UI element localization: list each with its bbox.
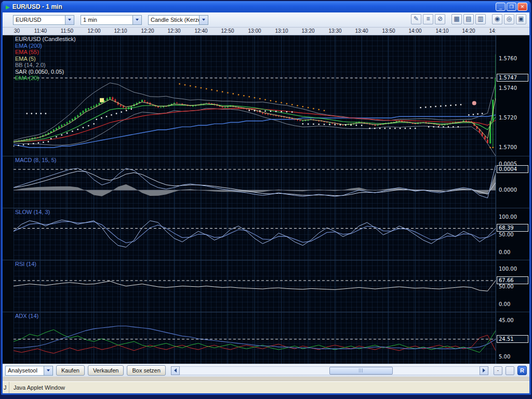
axis-tick-label: 0.00 bbox=[499, 249, 510, 255]
rsi-axis: 100.0050.000.0067.66 bbox=[496, 260, 529, 312]
toolbar-icon-group: ✎≡⊘▦▤▥◉◎▣ bbox=[411, 14, 526, 24]
macd-axis: 0.00050.00000.0004 bbox=[496, 156, 529, 208]
scroll-right-button[interactable] bbox=[480, 366, 488, 375]
symbol-select[interactable]: EUR/USD bbox=[13, 15, 74, 25]
legend-item: EMA (200) bbox=[15, 43, 76, 49]
time-axis: 11:3011:4011:5012:0012:1012:2012:3012:40… bbox=[3, 28, 529, 35]
time-label: 13:10 bbox=[275, 28, 288, 34]
crosshair-icon[interactable]: ◉ bbox=[492, 14, 502, 24]
stochastic-plot-svg bbox=[14, 208, 496, 260]
charttype-select[interactable]: Candle Stick (Kerzen bbox=[148, 15, 208, 25]
time-label: 13:50 bbox=[382, 28, 395, 34]
chart-legend: EUR/USD (Candlestick)EMA (200)EMA (55)EM… bbox=[15, 36, 76, 82]
axis-tick-label: 0.0000 bbox=[499, 187, 517, 193]
time-label: 12:10 bbox=[114, 28, 127, 34]
scrollbar-track[interactable] bbox=[180, 366, 480, 375]
macd-label: MACD (8, 15, 5) bbox=[15, 157, 56, 163]
charttype-select-value: Candle Stick (Kerzen bbox=[149, 17, 199, 23]
price-plot-svg bbox=[14, 35, 496, 156]
macd-plot[interactable]: MACD (8, 15, 5) bbox=[14, 156, 496, 208]
current-value-box: 67.66 bbox=[497, 276, 528, 284]
axis-tick-label: 45.00 bbox=[499, 317, 514, 323]
horizontal-scrollbar[interactable] bbox=[171, 366, 488, 375]
status-bar-text: Java Applet Window bbox=[9, 384, 65, 391]
time-label: 12:30 bbox=[167, 28, 180, 34]
time-label: 11:40 bbox=[34, 28, 47, 34]
sell-button[interactable]: Verkaufen bbox=[88, 365, 124, 376]
rsi-plot[interactable]: RSI (14) bbox=[14, 260, 496, 312]
axis-tick-label: 1.5760 bbox=[499, 56, 517, 61]
stochastic-axis: 100.0050.000.0068.39 bbox=[496, 208, 529, 260]
time-label: 12:40 bbox=[194, 28, 207, 34]
time-label: 14:20 bbox=[462, 28, 475, 34]
scroll-left-button[interactable] bbox=[171, 366, 180, 375]
macd-panel: MACD (8, 15, 5) 0.00050.00000.0004 bbox=[3, 156, 529, 208]
symbol-select-value: EUR/USD bbox=[14, 17, 65, 23]
layout-rows-icon[interactable]: ▤ bbox=[463, 14, 474, 24]
interval-select[interactable]: 1 min bbox=[81, 15, 142, 25]
chevron-down-icon[interactable] bbox=[199, 16, 208, 24]
buy-button[interactable]: Kaufen bbox=[56, 365, 85, 376]
current-value-box: 0.0004 bbox=[497, 165, 528, 173]
adx-axis: 45.005.0024.51 bbox=[496, 312, 529, 364]
adx-label: ADX (14) bbox=[15, 313, 38, 319]
legend-item: SAR (0.0050, 0.05) bbox=[15, 69, 76, 75]
legend-item: EMA (5) bbox=[15, 56, 76, 62]
chart-toolbar: EUR/USD 1 min Candle Stick (Kerzen ✎≡⊘▦▤… bbox=[3, 12, 529, 28]
axis-tick-label: 100.00 bbox=[499, 214, 517, 220]
legend-item: EMA (55) bbox=[15, 49, 76, 56]
time-label: 14:10 bbox=[435, 28, 448, 34]
price-axis: 1.57601.57401.57201.57001.5747 bbox=[496, 35, 529, 156]
chevron-down-icon[interactable] bbox=[132, 16, 141, 24]
chevron-down-icon[interactable] bbox=[65, 16, 74, 24]
small-tool-button[interactable] bbox=[506, 366, 514, 375]
desktop-background: ▶ EUR/USD - 1 min _❐✕ EUR/USD 1 min Cand… bbox=[0, 0, 532, 399]
legend-item: EUR/USD (Candlestick) bbox=[15, 36, 76, 43]
minimize-button[interactable]: _ bbox=[496, 3, 506, 11]
analyse-tool-select[interactable]: Analysetool bbox=[5, 366, 53, 376]
clear-overlay-icon[interactable]: ⊘ bbox=[435, 14, 445, 24]
set-box-button[interactable]: Box setzen bbox=[127, 365, 165, 376]
title-bar[interactable]: ▶ EUR/USD - 1 min _❐✕ bbox=[3, 1, 529, 12]
axis-tick-label: 1.5740 bbox=[499, 85, 517, 91]
draw-pencil-icon[interactable]: ✎ bbox=[411, 14, 421, 24]
grip-icon bbox=[359, 368, 363, 373]
circle-tool-icon[interactable]: ◎ bbox=[504, 14, 514, 24]
chevron-down-icon[interactable] bbox=[44, 366, 52, 375]
rsi-label: RSI (14) bbox=[15, 261, 36, 267]
adx-plot[interactable]: ADX (14) bbox=[14, 312, 496, 364]
price-plot[interactable]: EUR/USD (Candlestick)EMA (200)EMA (55)EM… bbox=[14, 35, 496, 156]
time-label: 12:20 bbox=[141, 28, 154, 34]
detach-window-icon[interactable]: ▣ bbox=[516, 14, 526, 24]
stochastic-label: SLOW (14, 3) bbox=[15, 209, 50, 215]
maximize-button[interactable]: ❐ bbox=[507, 3, 516, 11]
current-value-box: 1.5747 bbox=[497, 74, 528, 82]
window-title: EUR/USD - 1 min bbox=[12, 3, 62, 10]
axis-tick-label: 1.5720 bbox=[499, 115, 517, 121]
stochastic-panel: SLOW (14, 3) 100.0050.000.0068.39 bbox=[3, 208, 529, 260]
indicator-list-icon[interactable]: ≡ bbox=[423, 14, 433, 24]
rsi-plot-svg bbox=[14, 260, 496, 312]
bottom-toolbar: Analysetool Kaufen Verkaufen Box setzen … bbox=[3, 364, 529, 377]
macd-plot-svg bbox=[14, 156, 496, 208]
layout-grid-icon[interactable]: ▦ bbox=[451, 14, 462, 24]
window-controls: _❐✕ bbox=[496, 3, 527, 11]
arrow-left-icon bbox=[174, 368, 177, 373]
arrow-right-icon bbox=[483, 368, 485, 373]
time-label: 13:30 bbox=[328, 28, 341, 34]
price-panel: EUR/USD (Candlestick)EMA (200)EMA (55)EM… bbox=[3, 35, 529, 156]
current-value-box: 24.51 bbox=[497, 335, 528, 343]
axis-tick-label: 1.5700 bbox=[499, 144, 517, 150]
time-label: 11:30 bbox=[14, 28, 20, 34]
axis-tick-label: 50.00 bbox=[499, 284, 514, 289]
scrollbar-thumb[interactable] bbox=[329, 367, 392, 375]
status-bar-left-cell: J bbox=[3, 382, 9, 393]
stochastic-plot[interactable]: SLOW (14, 3) bbox=[14, 208, 496, 260]
close-button[interactable]: ✕ bbox=[517, 3, 527, 11]
reset-button[interactable]: R bbox=[517, 366, 527, 375]
legend-item: BB (14, 2.0) bbox=[15, 62, 76, 69]
analyse-tool-select-value: Analysetool bbox=[6, 367, 44, 374]
zoom-out-button[interactable]: - bbox=[494, 366, 502, 375]
app-window: ▶ EUR/USD - 1 min _❐✕ EUR/USD 1 min Cand… bbox=[1, 1, 531, 395]
layout-columns-icon[interactable]: ▥ bbox=[475, 14, 486, 24]
